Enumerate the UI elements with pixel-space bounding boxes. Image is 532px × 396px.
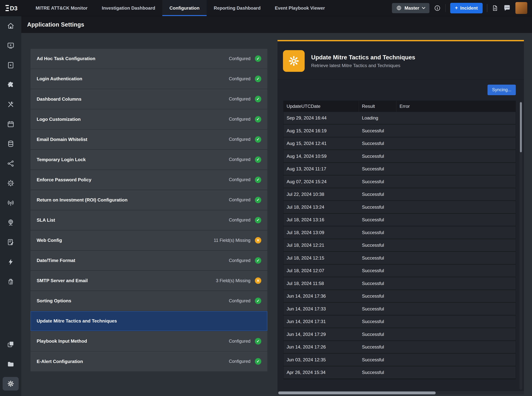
settings-item-ad-hoc-task-configuration[interactable]: Ad Hoc Task Configuration Configured ✓ <box>30 49 267 68</box>
setting-status: Configured <box>229 97 250 102</box>
table-row: Aug 13, 2024 11:17 Successful <box>284 163 516 176</box>
panel-header-text: Update Mitre Tactics and Techniques Retr… <box>311 54 415 68</box>
d3-logo[interactable]: D3 <box>6 0 22 16</box>
panel-title: Update Mitre Tactics and Techniques <box>311 54 415 61</box>
settings-item-email-domain-whitelist[interactable]: Email Domain Whitelist Configured ✓ <box>30 129 267 149</box>
result-cell: Successful <box>359 141 397 146</box>
update-date-cell: Jun 14, 2024 17:29 <box>284 332 359 337</box>
horizontal-scrollbar[interactable] <box>277 391 524 395</box>
table-row: Aug 14, 2024 10:59 Successful <box>284 150 516 163</box>
settings-item-e-alert-configuration[interactable]: E-Alert Configuration Configured ✓ <box>30 351 267 371</box>
sidebar-item-home[interactable] <box>3 19 19 33</box>
settings-item-temporary-login-lock[interactable]: Temporary Login Lock Configured ✓ <box>30 150 267 169</box>
sidebar-item-web-globe[interactable] <box>3 216 19 229</box>
sidebar-bottom-group <box>3 338 19 390</box>
column-header-result[interactable]: Result <box>359 101 397 112</box>
d3-logo-icon: D3 <box>6 4 22 12</box>
sidebar-item-broadcast[interactable] <box>3 196 19 210</box>
nav-tab-configuration[interactable]: Configuration <box>162 0 207 16</box>
nav-tab-label: Event Playbook Viewer <box>275 6 325 11</box>
nav-tab-label: Configuration <box>170 6 199 11</box>
sidebar-item-link-analysis[interactable] <box>3 157 19 170</box>
panel-subtitle: Retrieve latest Mitre Tactics and Techni… <box>311 63 415 68</box>
missing-x-icon: ✕ <box>255 277 261 284</box>
table-row: Jul 18, 2024 11:58 Successful <box>284 277 516 290</box>
sidebar-item-database[interactable] <box>3 137 19 151</box>
settings-item-smtp-server-and-email[interactable]: SMTP Server and Email 3 Field(s) Missing… <box>30 271 267 291</box>
divider <box>445 4 446 12</box>
detail-panel: Update Mitre Tactics and Techniques Retr… <box>277 40 524 395</box>
automation-icon <box>7 258 15 266</box>
settings-item-date-time-format[interactable]: Date/Time Format Configured ✓ <box>30 251 267 270</box>
sidebar-item-windows-copy[interactable] <box>3 338 19 351</box>
nav-tab-reporting-dashboard[interactable]: Reporting Dashboard <box>207 0 268 16</box>
settings-item-enforce-password-policy[interactable]: Enforce Password Policy Configured ✓ <box>30 170 267 190</box>
configured-check-icon: ✓ <box>255 217 261 223</box>
tenant-selector[interactable]: Master <box>392 3 429 13</box>
sidebar-item-automation[interactable] <box>3 255 19 268</box>
settings-item-sla-list[interactable]: SLA List Configured ✓ <box>30 210 267 230</box>
sidebar-item-folder[interactable] <box>3 357 19 371</box>
sidebar-item-video-document[interactable] <box>3 58 19 72</box>
update-date-cell: Jul 18, 2024 12:21 <box>284 243 359 248</box>
sidebar <box>0 16 21 396</box>
setting-label: Playbook Input Method <box>37 338 87 344</box>
update-date-cell: Aug 15, 2024 16:19 <box>284 128 359 134</box>
table-header-row: UpdateUTCDateResultError <box>284 101 516 112</box>
api-icon <box>7 180 15 187</box>
sidebar-item-calendar[interactable] <box>3 117 19 131</box>
column-header-error[interactable]: Error <box>397 101 516 112</box>
configured-check-icon: ✓ <box>255 96 261 102</box>
sidebar-item-media-schedule[interactable] <box>3 39 19 52</box>
sidebar-item-form-editor[interactable] <box>3 235 19 249</box>
result-cell: Successful <box>359 179 397 184</box>
nav-tab-investigation-dashboard[interactable]: Investigation Dashboard <box>95 0 162 16</box>
settings-item-login-authentication[interactable]: Login Authentication Configured ✓ <box>30 69 267 89</box>
nav-tab-event-playbook-viewer[interactable]: Event Playbook Viewer <box>268 0 332 16</box>
settings-item-logo-customization[interactable]: Logo Customization Configured ✓ <box>30 109 267 129</box>
result-cell: Successful <box>359 166 397 172</box>
sidebar-item-settings-gear[interactable] <box>3 377 19 390</box>
settings-item-update-mitre-tactics-and-techniques[interactable]: Update Mitre Tactics and Techniques <box>30 311 267 331</box>
vertical-scrollbar[interactable] <box>520 101 522 390</box>
sidebar-item-api[interactable] <box>3 176 19 190</box>
settings-item-return-on-investment-roi-configuration[interactable]: Return on Investment (ROI) Configuration… <box>30 190 267 210</box>
nav-tab-mitre-att-ck-monitor[interactable]: MITRE ATT&CK Monitor <box>29 0 95 16</box>
detail-panel-header: Update Mitre Tactics and Techniques Retr… <box>277 41 524 80</box>
syncing-button[interactable]: Syncing... <box>487 85 516 95</box>
update-date-cell: Jul 22, 2024 10:38 <box>284 192 359 197</box>
user-avatar[interactable] <box>515 2 527 14</box>
table-row: Sep 29, 2024 16:44 Loading <box>284 112 516 125</box>
sidebar-item-integrations[interactable] <box>3 78 19 92</box>
setting-status: 11 Field(s) Missing <box>214 238 251 243</box>
settings-item-dashboard-columns[interactable]: Dashboard Columns Configured ✓ <box>30 89 267 109</box>
setting-status: Configured <box>229 339 250 344</box>
nav-tab-label: Investigation Dashboard <box>102 6 155 11</box>
horizontal-scrollbar-thumb[interactable] <box>278 391 436 394</box>
configured-check-icon: ✓ <box>255 257 261 264</box>
update-date-cell: Jul 18, 2024 13:09 <box>284 230 359 235</box>
document-button[interactable] <box>492 5 498 12</box>
result-cell: Successful <box>359 293 397 299</box>
vertical-scrollbar-thumb[interactable] <box>520 102 522 152</box>
settings-item-web-config[interactable]: Web Config 11 Field(s) Missing ✕ <box>30 231 267 250</box>
sidebar-item-fingerprint[interactable] <box>3 275 19 288</box>
top-nav: D3 MITRE ATT&CK MonitorInvestigation Das… <box>0 0 532 16</box>
chat-button[interactable] <box>503 4 511 12</box>
update-date-cell: Jul 18, 2024 13:24 <box>284 204 359 210</box>
broadcast-icon <box>7 199 15 207</box>
settings-item-sorting-options[interactable]: Sorting Options Configured ✓ <box>30 291 267 311</box>
setting-label: Return on Investment (ROI) Configuration <box>37 197 128 203</box>
settings-item-playbook-input-method[interactable]: Playbook Input Method Configured ✓ <box>30 331 267 351</box>
panel-toolbar: Syncing... <box>283 80 516 101</box>
configured-check-icon: ✓ <box>255 358 261 365</box>
column-header-updateutcdate[interactable]: UpdateUTCDate <box>284 101 359 112</box>
sidebar-item-utilities[interactable] <box>3 98 19 111</box>
update-date-cell: Aug 07, 2024 15:24 <box>284 179 359 184</box>
table-row: Jul 22, 2024 10:38 Successful <box>284 188 516 201</box>
info-button[interactable] <box>434 5 441 12</box>
table-row: Apr 26, 2024 15:34 Successful <box>284 367 516 379</box>
integrations-icon <box>7 81 15 89</box>
web-globe-icon <box>7 219 15 226</box>
new-incident-button[interactable]: + Incident <box>450 3 483 13</box>
